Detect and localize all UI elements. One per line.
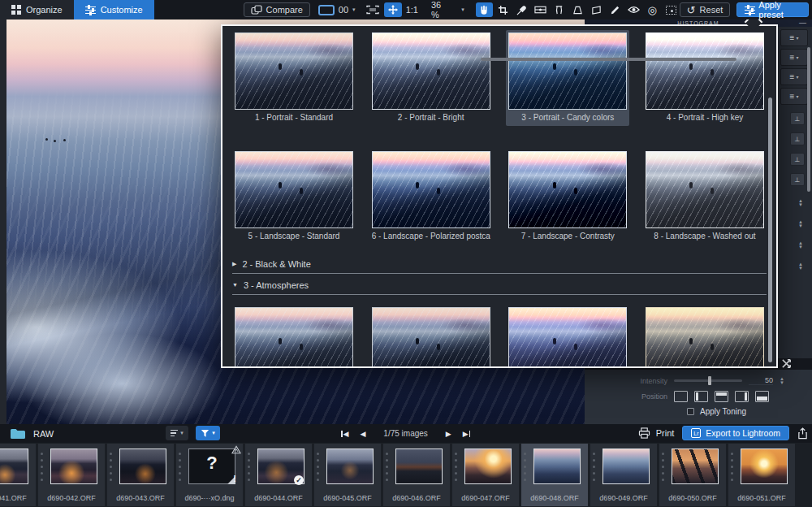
- intensity-stepper[interactable]: ▲▼: [780, 377, 784, 385]
- display-mode-icon: [318, 5, 335, 15]
- last-image-button[interactable]: ▶: [463, 430, 470, 438]
- filmstrip-filename: d690-048.ORF: [521, 494, 588, 502]
- filmstrip-item[interactable]: d690-049.ORF: [590, 444, 657, 506]
- star-rating[interactable]: [593, 453, 595, 481]
- star-rating[interactable]: [41, 453, 43, 481]
- preset-card[interactable]: [643, 305, 767, 368]
- preset-card[interactable]: 1 - Portrait - Standard: [232, 30, 356, 126]
- vignette-invert-button[interactable]: [781, 358, 792, 369]
- filmstrip-item[interactable]: ✓ d690-044.ORF: [245, 444, 312, 506]
- star-rating[interactable]: [248, 453, 250, 481]
- filmstrip-item[interactable]: d690-042.ORF: [38, 444, 105, 506]
- preset-popover-scrollbar[interactable]: [768, 98, 772, 362]
- export-to-lightroom-button[interactable]: Lr Export to Lightroom: [682, 426, 789, 440]
- folder-icon[interactable]: [10, 427, 26, 440]
- intensity-value[interactable]: 50: [749, 376, 773, 385]
- palette-mini-button[interactable]: ⊥: [790, 132, 805, 145]
- previous-image-button[interactable]: ◀: [360, 430, 365, 438]
- filmstrip-item[interactable]: d690-047.ORF: [452, 444, 519, 506]
- reshape-tool[interactable]: [551, 2, 568, 17]
- value-stepper[interactable]: ▲▼: [789, 199, 812, 207]
- palette-mini-button[interactable]: ⊥: [790, 112, 805, 125]
- localadjust-tool[interactable]: [663, 2, 680, 17]
- filmstrip-item-selected[interactable]: d690-048.ORF: [521, 444, 588, 506]
- star-rating[interactable]: [662, 453, 664, 481]
- palette-menu-button[interactable]: ≡▾: [780, 88, 808, 105]
- apply-preset-button[interactable]: Apply preset: [736, 2, 809, 17]
- reset-button[interactable]: ↺ Reset: [680, 2, 731, 17]
- pan-tool-button[interactable]: [384, 2, 402, 17]
- position-option-3[interactable]: [715, 391, 728, 402]
- zoom-level-group[interactable]: 36 % ▾: [431, 0, 464, 20]
- intensity-slider[interactable]: [674, 379, 742, 382]
- controlpoint-tool[interactable]: ◎: [644, 2, 661, 17]
- star-rating[interactable]: [179, 453, 181, 481]
- whitebalance-picker-tool[interactable]: [513, 2, 530, 17]
- preset-card[interactable]: 7 - Landscape - Contrasty: [506, 149, 629, 245]
- tab-customize[interactable]: Customize: [74, 0, 154, 20]
- preset-card[interactable]: 2 - Portrait - Bright: [369, 30, 493, 126]
- print-button[interactable]: Print: [638, 427, 675, 439]
- apply-toning-checkbox[interactable]: [687, 408, 694, 415]
- preset-card[interactable]: 6 - Landscape - Polarized postcard: [369, 149, 493, 245]
- next-image-button[interactable]: ▶: [446, 430, 451, 438]
- eye-icon: [628, 5, 640, 15]
- star-rating[interactable]: [731, 453, 733, 481]
- compare-button[interactable]: Compare: [244, 2, 310, 17]
- right-panel-scrollbar[interactable]: [807, 47, 810, 192]
- preset-card[interactable]: 8 - Landscape - Washed out: [643, 149, 767, 245]
- star-rating[interactable]: [110, 453, 112, 481]
- repair-tool[interactable]: [607, 2, 624, 17]
- zoom-ratio-button[interactable]: 1:1: [406, 5, 418, 15]
- star-rating[interactable]: [386, 453, 388, 481]
- perspective-tool-2[interactable]: [588, 2, 605, 17]
- perspective-tool-1[interactable]: [569, 2, 586, 17]
- value-stepper[interactable]: ▲▼: [789, 220, 812, 228]
- preset-card[interactable]: [369, 305, 493, 368]
- preset-card[interactable]: 4 - Portrait - High key: [643, 30, 767, 126]
- filmstrip-item-unprocessable[interactable]: ? ! d690-···xO.dng: [176, 444, 243, 506]
- palette-menu-button[interactable]: ≡▾: [780, 29, 808, 46]
- intensity-slider-thumb[interactable]: [708, 376, 711, 385]
- filmstrip-item[interactable]: d690-051.ORF: [728, 444, 795, 506]
- value-stepper[interactable]: ▲▼: [789, 241, 812, 249]
- preset-card[interactable]: 5 - Landscape - Standard: [232, 149, 356, 245]
- filmstrip-item[interactable]: d690-045.ORF: [314, 444, 381, 506]
- position-option-1[interactable]: [674, 391, 688, 402]
- palette-mini-button[interactable]: ⊥: [790, 173, 805, 186]
- filmstrip-item[interactable]: d690-041.ORF: [0, 444, 36, 506]
- value-stepper[interactable]: ▲▼: [789, 262, 812, 271]
- star-rating[interactable]: [455, 453, 457, 481]
- palette-mini-button[interactable]: ⊥: [790, 153, 805, 166]
- horizon-tool[interactable]: [532, 2, 549, 17]
- filter-button[interactable]: ▾: [196, 426, 220, 440]
- preset-card-selected[interactable]: 3 - Portrait - Candy colors: [506, 30, 629, 126]
- preset-card[interactable]: [506, 305, 629, 368]
- display-mode-group[interactable]: 00 ▾: [318, 5, 356, 15]
- hand-tool[interactable]: [476, 2, 493, 17]
- filmstrip-item[interactable]: d690-043.ORF: [107, 444, 174, 506]
- crop-tool[interactable]: [495, 2, 512, 17]
- preset-card[interactable]: [232, 305, 356, 368]
- filmstrip-scrollbar[interactable]: [481, 58, 736, 61]
- collapse-palette-icon[interactable]: —: [799, 19, 806, 27]
- left-panel-collapsed-strip[interactable]: [0, 20, 6, 424]
- fit-screen-icon[interactable]: [365, 4, 380, 15]
- preset-section-black-white[interactable]: ▶ 2 - Black & White: [232, 254, 767, 274]
- position-option-5[interactable]: [755, 391, 769, 402]
- preset-section-atmospheres[interactable]: ▼ 3 - Atmospheres: [232, 275, 767, 295]
- position-option-2[interactable]: [694, 391, 708, 402]
- sort-button[interactable]: ▾: [166, 426, 188, 440]
- tab-organize[interactable]: Organize: [0, 0, 74, 20]
- redeye-tool[interactable]: [625, 2, 642, 17]
- share-icon[interactable]: [797, 427, 808, 440]
- palette-menu-button[interactable]: ≡▾: [780, 68, 808, 85]
- filmstrip-item[interactable]: d690-046.ORF: [383, 444, 450, 506]
- source-folder-label: RAW: [33, 429, 54, 439]
- first-image-button[interactable]: ◀: [341, 430, 348, 438]
- star-rating[interactable]: [524, 453, 526, 481]
- filmstrip-item[interactable]: d690-050.ORF: [659, 444, 726, 506]
- palette-menu-button[interactable]: ≡▾: [780, 49, 808, 66]
- star-rating[interactable]: [317, 453, 319, 481]
- position-option-4[interactable]: [735, 391, 749, 402]
